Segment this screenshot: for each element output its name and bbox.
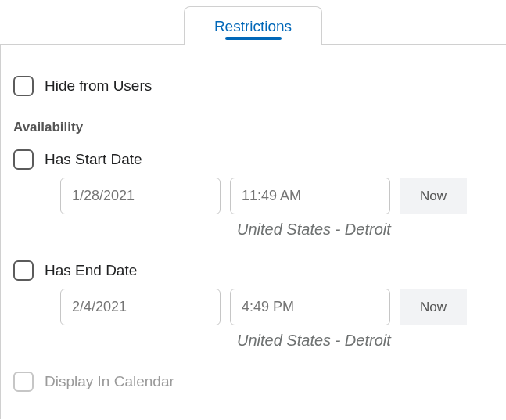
hide-from-users-checkbox[interactable] [13, 76, 34, 96]
tab-active-underline [225, 37, 282, 40]
start-time-input[interactable] [230, 178, 390, 214]
has-end-date-label: Has End Date [45, 262, 137, 279]
availability-header: Availability [13, 120, 506, 135]
end-time-input[interactable] [230, 289, 390, 325]
start-date-input-row: Now [60, 178, 506, 214]
has-start-date-checkbox[interactable] [13, 149, 34, 170]
end-date-input-row: Now [60, 289, 506, 325]
has-end-date-checkbox[interactable] [13, 260, 34, 281]
end-now-button[interactable]: Now [400, 289, 467, 325]
tab-row: Restrictions [0, 6, 506, 45]
start-date-input[interactable] [60, 178, 221, 214]
display-in-calendar-label: Display In Calendar [45, 373, 174, 390]
start-timezone-label: United States - Detroit [237, 221, 506, 239]
hide-from-users-label: Hide from Users [45, 77, 152, 95]
end-timezone-label: United States - Detroit [237, 332, 506, 350]
end-date-group: Has End Date Now United States - Detroit [13, 260, 506, 350]
has-start-date-label: Has Start Date [45, 151, 142, 168]
tab-restrictions[interactable]: Restrictions [184, 6, 322, 45]
has-end-date-row: Has End Date [13, 260, 506, 281]
start-now-button[interactable]: Now [400, 178, 467, 214]
has-start-date-row: Has Start Date [13, 149, 506, 170]
tab-container: Restrictions Hide from Users Availabilit… [0, 0, 506, 419]
restrictions-panel: Hide from Users Availability Has Start D… [0, 44, 506, 419]
start-date-group: Has Start Date Now United States - Detro… [13, 149, 506, 239]
tab-label: Restrictions [214, 18, 292, 35]
display-in-calendar-checkbox[interactable] [13, 372, 34, 392]
end-date-input[interactable] [60, 289, 221, 325]
hide-from-users-row: Hide from Users [13, 76, 506, 96]
display-in-calendar-row: Display In Calendar [13, 372, 506, 392]
